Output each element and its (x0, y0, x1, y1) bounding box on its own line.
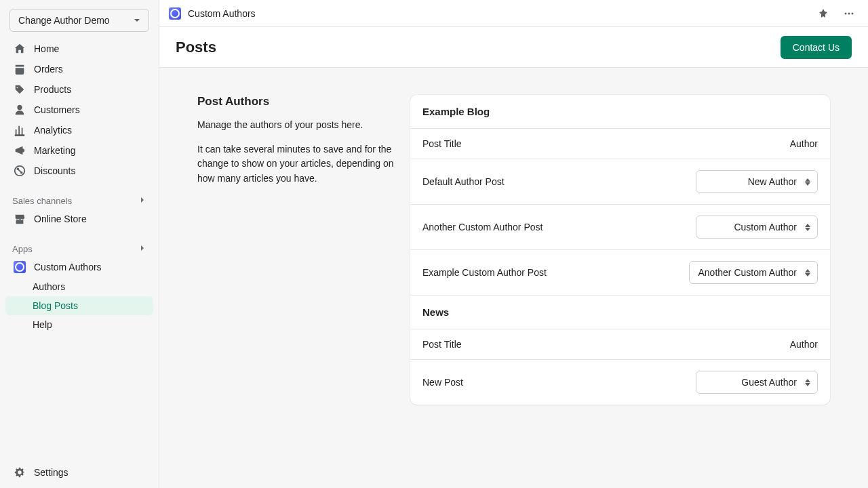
select-caret-icon (805, 269, 810, 277)
author-select[interactable]: New Author (696, 170, 818, 193)
post-title: New Post (422, 377, 463, 388)
nav-label: Analytics (34, 125, 72, 136)
section-label: Apps (12, 244, 33, 254)
nav-custom-authors-app[interactable]: Custom Authors (5, 257, 153, 277)
nav-home[interactable]: Home (5, 39, 153, 59)
posts-card: Example Blog Post Title Author Default A… (410, 95, 830, 405)
col-author: Author (790, 339, 818, 350)
nav-label: Blog Posts (33, 300, 78, 311)
sidebar: Change Author Demo Home Orders Products … (0, 0, 159, 488)
svg-point-2 (852, 12, 854, 14)
main: Custom Authors Posts Contact Us Post Aut… (159, 0, 868, 488)
marketing-icon (14, 144, 26, 157)
page-title: Posts (176, 39, 216, 56)
nav-label: Authors (33, 281, 65, 292)
svg-point-1 (848, 12, 850, 14)
column-header-row: Post Title Author (410, 329, 830, 359)
nav-marketing[interactable]: Marketing (5, 140, 153, 161)
nav-analytics[interactable]: Analytics (5, 120, 153, 140)
caret-down-icon (134, 15, 140, 26)
select-caret-icon (805, 178, 810, 186)
select-value: Another Custom Author (698, 267, 797, 278)
author-select[interactable]: Guest Author (696, 371, 818, 394)
nav-sub-help[interactable]: Help (5, 315, 153, 334)
col-post-title: Post Title (422, 339, 462, 350)
col-post-title: Post Title (422, 138, 462, 149)
store-icon (14, 213, 26, 225)
store-switcher[interactable]: Change Author Demo (9, 9, 149, 32)
nav-label: Discounts (34, 165, 75, 176)
post-row: Another Custom Author Post Custom Author (410, 204, 830, 249)
orders-icon (14, 63, 26, 75)
chevron-right-icon (138, 196, 146, 206)
nav-sub-blog-posts[interactable]: Blog Posts (5, 296, 153, 315)
discounts-icon (14, 165, 26, 177)
section-description: Manage the authors of your posts here. (197, 118, 394, 133)
topbar-app-title: Custom Authors (188, 8, 807, 19)
section-note: It can take several minutes to save and … (197, 142, 394, 186)
select-value: Custom Author (705, 222, 797, 232)
nav-products[interactable]: Products (5, 79, 153, 100)
gear-icon (14, 466, 26, 479)
nav-label: Orders (34, 64, 63, 75)
column-header-row: Post Title Author (410, 128, 830, 159)
section-sales-channels[interactable]: Sales channels (5, 189, 153, 209)
nav-label: Settings (34, 467, 68, 478)
primary-nav: Home Orders Products Customers Analytics… (5, 39, 153, 334)
page-header: Posts Contact Us (159, 27, 868, 68)
blog-header: News (410, 295, 830, 329)
post-row: Default Author Post New Author (410, 159, 830, 204)
author-select[interactable]: Another Custom Author (689, 261, 818, 284)
store-switcher-label: Change Author Demo (18, 15, 110, 26)
select-value: New Author (705, 176, 797, 187)
section-apps[interactable]: Apps (5, 237, 153, 257)
nav-label: Marketing (34, 145, 75, 156)
analytics-icon (14, 124, 26, 136)
blog-header: Example Blog (410, 95, 830, 128)
products-icon (14, 83, 26, 96)
more-button[interactable] (840, 4, 859, 23)
section-heading: Post Authors (197, 95, 394, 108)
post-row: Example Custom Author Post Another Custo… (410, 249, 830, 295)
nav-label: Help (33, 319, 52, 330)
svg-point-0 (845, 12, 847, 14)
nav-label: Online Store (34, 214, 87, 224)
app-icon (14, 261, 26, 273)
nav-orders[interactable]: Orders (5, 59, 153, 79)
nav-label: Home (34, 43, 59, 54)
post-title: Example Custom Author Post (422, 267, 547, 278)
app-icon (169, 7, 181, 20)
nav-online-store[interactable]: Online Store (5, 209, 153, 229)
pin-button[interactable] (814, 4, 833, 23)
nav-label: Customers (34, 104, 80, 115)
contact-us-button[interactable]: Contact Us (781, 36, 852, 59)
nav-label: Custom Authors (34, 262, 102, 272)
customers-icon (14, 104, 26, 116)
author-select[interactable]: Custom Author (696, 216, 818, 239)
post-row: New Post Guest Author (410, 359, 830, 405)
select-value: Guest Author (705, 377, 797, 388)
chevron-right-icon (138, 244, 146, 254)
nav-label: Products (34, 84, 71, 95)
section-label: Sales channels (12, 196, 72, 206)
topbar: Custom Authors (159, 0, 868, 27)
description-column: Post Authors Manage the authors of your … (197, 95, 394, 196)
home-icon (14, 43, 26, 55)
select-caret-icon (805, 379, 810, 386)
post-title: Default Author Post (422, 176, 505, 187)
nav-sub-authors[interactable]: Authors (5, 277, 153, 296)
nav-settings[interactable]: Settings (5, 462, 153, 483)
select-caret-icon (805, 224, 810, 231)
content: Post Authors Manage the authors of your … (159, 68, 868, 488)
post-title: Another Custom Author Post (422, 222, 542, 232)
col-author: Author (790, 138, 818, 149)
nav-discounts[interactable]: Discounts (5, 161, 153, 181)
nav-customers[interactable]: Customers (5, 100, 153, 120)
